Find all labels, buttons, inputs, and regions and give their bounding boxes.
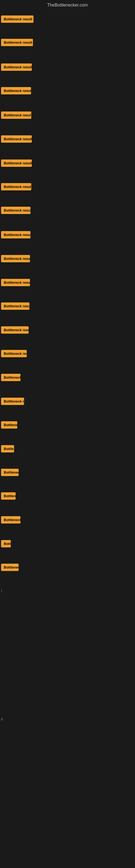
result-row-8: Bottleneck result xyxy=(0,183,135,191)
result-row-19: Bottle xyxy=(0,445,135,454)
bottleneck-badge-9[interactable]: Bottleneck result xyxy=(1,207,31,214)
result-row-17: Bottleneck re xyxy=(0,398,135,406)
result-row-1: Bottleneck result xyxy=(0,16,135,24)
bottleneck-badge-11[interactable]: Bottleneck result xyxy=(1,255,30,262)
bottleneck-badge-23[interactable]: Bott xyxy=(1,540,11,547)
result-row-3: Bottleneck result xyxy=(0,63,135,72)
result-row-21: Bottlen xyxy=(0,492,135,501)
bottleneck-badge-14[interactable]: Bottleneck result xyxy=(1,326,29,334)
result-row-2: Bottleneck result xyxy=(0,39,135,47)
result-row-6: Bottleneck result xyxy=(0,135,135,144)
bottleneck-badge-20[interactable]: Bottlenec xyxy=(1,469,18,476)
bottleneck-badge-5[interactable]: Bottleneck result xyxy=(1,112,31,119)
result-row-11: Bottleneck result xyxy=(0,255,135,264)
bottleneck-badge-12[interactable]: Bottleneck result xyxy=(1,279,30,286)
bottleneck-badge-6[interactable]: Bottleneck result xyxy=(1,135,32,143)
bottleneck-badge-24[interactable]: Bottlenec xyxy=(1,564,18,571)
bottleneck-badge-2[interactable]: Bottleneck result xyxy=(1,39,33,46)
result-row-20: Bottlenec xyxy=(0,469,135,477)
bottleneck-badge-13[interactable]: Bottleneck result xyxy=(1,303,30,310)
bottleneck-badge-7[interactable]: Bottleneck result xyxy=(1,159,32,167)
site-title: TheBottlenecker.com xyxy=(0,0,135,9)
bottleneck-badge-3[interactable]: Bottleneck result xyxy=(1,63,32,71)
bottleneck-badge-17[interactable]: Bottleneck re xyxy=(1,398,24,405)
result-row-5: Bottleneck result xyxy=(0,112,135,120)
result-row-25: | xyxy=(0,588,135,592)
bottleneck-badge-15[interactable]: Bottleneck resu xyxy=(1,350,27,357)
result-row-7: Bottleneck result xyxy=(0,159,135,168)
indicator-25: | xyxy=(1,588,2,592)
indicator-26: p xyxy=(1,717,3,721)
page-container: TheBottlenecker.com Bottleneck resultBot… xyxy=(0,0,135,868)
bottleneck-badge-8[interactable]: Bottleneck result xyxy=(1,183,31,190)
result-row-26: p xyxy=(0,716,135,721)
bottleneck-badge-18[interactable]: Bottlene xyxy=(1,421,17,429)
result-row-4: Bottleneck result xyxy=(0,87,135,95)
bottleneck-badge-22[interactable]: Bottleneck xyxy=(1,516,20,524)
result-row-12: Bottleneck result xyxy=(0,279,135,287)
result-row-23: Bott xyxy=(0,540,135,549)
result-row-10: Bottleneck result xyxy=(0,231,135,240)
result-row-22: Bottleneck xyxy=(0,516,135,525)
result-row-24: Bottlenec xyxy=(0,564,135,572)
bottleneck-badge-1[interactable]: Bottleneck result xyxy=(1,16,34,23)
result-row-16: Bottleneck xyxy=(0,374,135,382)
result-row-13: Bottleneck result xyxy=(0,303,135,311)
result-row-18: Bottlene xyxy=(0,421,135,430)
result-row-15: Bottleneck resu xyxy=(0,350,135,358)
result-row-14: Bottleneck result xyxy=(0,326,135,335)
bottleneck-badge-4[interactable]: Bottleneck result xyxy=(1,87,31,94)
result-row-9: Bottleneck result xyxy=(0,207,135,215)
bottleneck-badge-16[interactable]: Bottleneck xyxy=(1,374,20,381)
bottleneck-badge-19[interactable]: Bottle xyxy=(1,445,14,453)
bottleneck-badge-21[interactable]: Bottlen xyxy=(1,492,16,500)
bottleneck-badge-10[interactable]: Bottleneck result xyxy=(1,231,31,239)
